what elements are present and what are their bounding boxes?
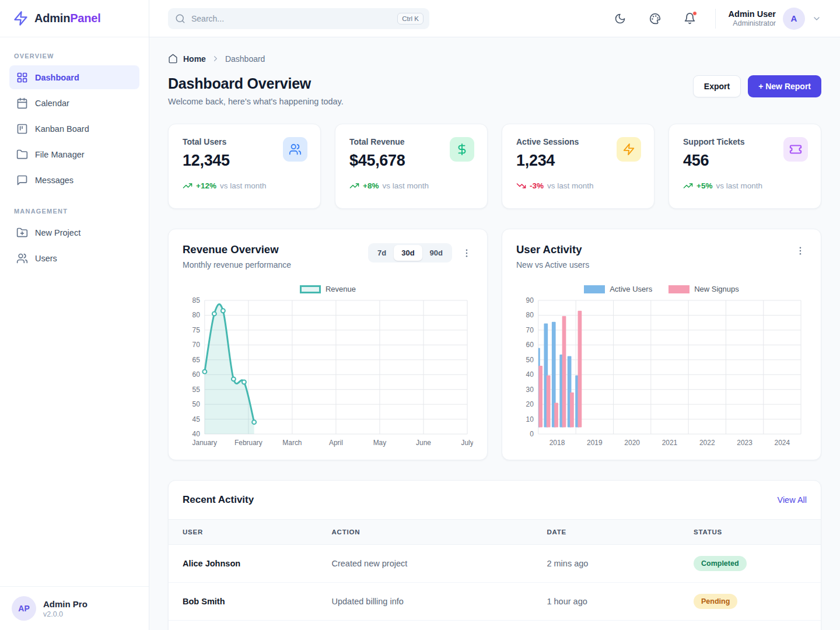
sidebar-item-label: Calendar <box>35 99 69 108</box>
export-button[interactable]: Export <box>693 75 741 97</box>
svg-text:July: July <box>461 439 473 447</box>
table-row[interactable]: Carol White Deleted user account 3 hours… <box>169 620 821 630</box>
svg-text:2018: 2018 <box>550 439 565 447</box>
sidebar-item-label: Dashboard <box>35 73 79 82</box>
stat-card-support-tickets: Support Tickets 456 +5% vs last month <box>668 124 821 209</box>
svg-text:2019: 2019 <box>587 439 603 447</box>
svg-text:60: 60 <box>192 370 201 379</box>
revenue-legend-swatch <box>300 285 321 293</box>
active-users-swatch <box>584 285 605 293</box>
recent-activity-card: Recent Activity View All USER ACTION DAT… <box>168 480 821 630</box>
notifications-button[interactable] <box>679 8 701 30</box>
sidebar-item-label: New Project <box>35 228 80 237</box>
user-name: Admin User <box>729 9 776 19</box>
activity-table: USER ACTION DATE STATUS Alice Johnson Cr… <box>169 519 821 630</box>
svg-text:February: February <box>235 439 262 447</box>
notification-badge <box>692 11 697 16</box>
revenue-chart: 40455055606570758085JanuaryFebruaryMarch… <box>183 296 473 449</box>
sidebar-item-label: File Manager <box>35 150 85 159</box>
svg-text:2022: 2022 <box>699 439 715 447</box>
sidebar-item-label: Kanban Board <box>35 124 89 134</box>
svg-text:April: April <box>329 439 343 447</box>
user-activity-chart: 0102030405060708090201820192020202120222… <box>516 296 807 449</box>
cell-action: Deleted user account <box>332 620 547 630</box>
sidebar-item-file-manager[interactable]: File Manager <box>9 142 139 166</box>
sidebar-item-dashboard[interactable]: Dashboard <box>9 65 139 89</box>
sidebar-item-users[interactable]: Users <box>9 246 139 270</box>
svg-text:May: May <box>373 439 387 447</box>
svg-text:70: 70 <box>192 341 201 349</box>
cell-user: Carol White <box>169 620 332 630</box>
more-options-button[interactable] <box>460 246 473 261</box>
svg-text:50: 50 <box>526 356 534 364</box>
cell-date: 2 mins ago <box>547 544 694 582</box>
sidebar-item-label: Users <box>35 254 57 263</box>
grid-icon <box>16 72 28 83</box>
svg-text:10: 10 <box>526 415 534 424</box>
sidebar-item-calendar[interactable]: Calendar <box>9 91 139 115</box>
avatar: A <box>783 8 805 30</box>
svg-text:80: 80 <box>526 311 534 319</box>
svg-text:30: 30 <box>526 386 534 394</box>
sidebar-item-new-project[interactable]: New Project <box>9 220 139 244</box>
user-activity-card: User Activity New vs Active users Active… <box>502 229 821 460</box>
topbar: Ctrl K Admin User Administrator A <box>149 0 840 37</box>
recent-activity-title: Recent Activity <box>183 494 254 506</box>
trend: +12% <box>183 181 216 191</box>
theme-button[interactable] <box>644 8 666 30</box>
cell-user: Alice Johnson <box>169 544 332 582</box>
svg-text:March: March <box>282 439 302 447</box>
trend-value: +12% <box>196 181 216 190</box>
brand-name: AdminPanel <box>34 12 101 25</box>
trending-up-icon <box>183 181 192 191</box>
period-90d-button[interactable]: 90d <box>422 245 450 261</box>
cell-date: 1 hour ago <box>547 582 694 620</box>
svg-text:90: 90 <box>526 296 534 304</box>
chart-subtitle: Monthly revenue performance <box>183 260 291 270</box>
svg-text:40: 40 <box>192 430 201 438</box>
svg-text:2021: 2021 <box>662 439 678 447</box>
svg-text:85: 85 <box>192 296 201 304</box>
table-row[interactable]: Alice Johnson Created new project 2 mins… <box>169 544 821 582</box>
sidebar-item-messages[interactable]: Messages <box>9 168 139 192</box>
search-shortcut-kbd: Ctrl K <box>397 13 424 24</box>
search-input[interactable] <box>191 14 391 23</box>
sidebar-item-kanban-board[interactable]: Kanban Board <box>9 117 139 141</box>
cell-user: Bob Smith <box>169 582 332 620</box>
period-toggle: 7d 30d 90d <box>368 243 452 262</box>
activity-legend: Active Users New Signups <box>516 285 807 293</box>
legend-item-active-users: Active Users <box>584 285 652 293</box>
search-bar: Ctrl K <box>168 8 429 29</box>
legend-item-new-signups: New Signups <box>668 285 739 293</box>
new-report-button[interactable]: + New Report <box>748 75 821 97</box>
svg-text:50: 50 <box>192 400 201 408</box>
dollar-icon <box>450 137 474 162</box>
svg-text:2024: 2024 <box>775 439 790 447</box>
trend-caption: vs last month <box>382 181 429 190</box>
divider <box>715 9 716 29</box>
user-role: Administrator <box>729 19 776 27</box>
svg-text:0: 0 <box>530 430 534 438</box>
folder-icon <box>16 149 28 160</box>
zap-icon <box>617 137 641 162</box>
period-30d-button[interactable]: 30d <box>394 245 422 261</box>
page-title: Dashboard Overview <box>168 75 344 92</box>
topbar-actions: Admin User Administrator A <box>596 8 821 30</box>
user-menu[interactable]: Admin User Administrator A <box>729 8 821 30</box>
svg-text:65: 65 <box>192 356 201 364</box>
trend-value: +5% <box>696 181 712 190</box>
cell-action: Updated billing info <box>332 582 547 620</box>
trend: -3% <box>516 181 544 191</box>
breadcrumb-home[interactable]: Home <box>183 54 206 64</box>
table-row[interactable]: Bob Smith Updated billing info 1 hour ag… <box>169 582 821 620</box>
kanban-icon <box>16 123 28 135</box>
view-all-link[interactable]: View All <box>777 495 807 505</box>
sidebar-footer: AP Admin Pro v2.0.0 <box>0 586 149 630</box>
status-badge: Completed <box>694 556 747 571</box>
dark-mode-button[interactable] <box>609 8 631 30</box>
period-7d-button[interactable]: 7d <box>370 245 394 261</box>
search-icon <box>175 13 186 24</box>
svg-text:70: 70 <box>526 326 534 334</box>
table-header-row: USER ACTION DATE STATUS <box>169 519 821 544</box>
more-options-button[interactable] <box>794 243 807 258</box>
